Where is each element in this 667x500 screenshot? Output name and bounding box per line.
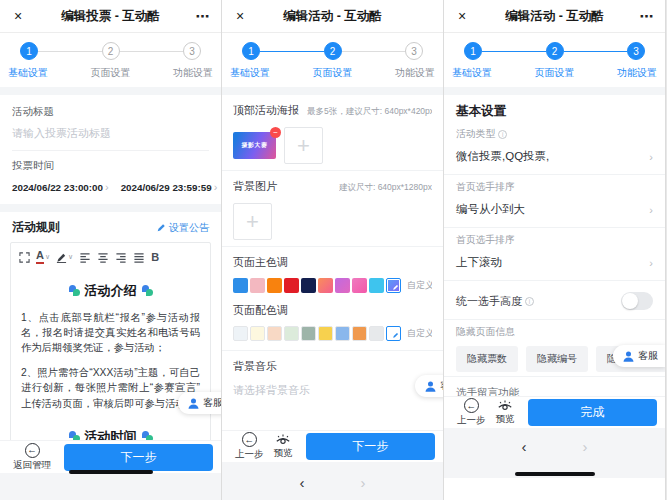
done-button[interactable]: 完成 <box>528 399 658 426</box>
color-swatch[interactable] <box>267 326 282 341</box>
align-justify-icon[interactable] <box>133 252 145 263</box>
back-to-manage-button[interactable]: ← 返回管理 <box>13 443 51 472</box>
end-time-picker[interactable]: 2024/06/29 23:59:59 › <box>121 181 218 193</box>
more-menu-icon[interactable]: ⋯ <box>195 8 211 24</box>
remove-image-badge[interactable]: − <box>270 127 281 138</box>
step-3-circle[interactable]: 3 <box>183 42 201 60</box>
preview-button[interactable]: 预览 <box>274 433 293 460</box>
highlight-button[interactable]: ∨ <box>56 252 73 263</box>
uniform-height-toggle[interactable] <box>621 292 653 310</box>
step-1-circle[interactable]: 1 <box>464 42 482 60</box>
more-menu-icon[interactable]: ⋯ <box>639 8 655 24</box>
plus-icon: + <box>246 211 259 233</box>
poster-label: 顶部活动海报 <box>233 103 299 118</box>
step-3-circle[interactable]: 3 <box>405 42 423 60</box>
step-2-circle[interactable]: 2 <box>546 42 564 60</box>
background-image-hint: 建议尺寸: 640px*1280px <box>339 182 432 194</box>
chevron-right-icon: › <box>649 151 653 163</box>
browser-back-icon[interactable]: ‹ <box>300 474 305 491</box>
wizard-stepper: 1 2 3 基础设置 页面设置 功能设置 <box>222 33 443 87</box>
step-2-circle[interactable]: 2 <box>324 42 342 60</box>
background-music-picker[interactable]: 请选择背景音乐 <box>233 383 432 406</box>
hide-number-button[interactable]: 隐藏编号 <box>526 346 588 372</box>
align-right-icon[interactable] <box>115 252 127 263</box>
close-icon[interactable]: × <box>10 8 26 24</box>
customer-service-button[interactable]: 客服 <box>415 375 444 397</box>
add-background-button[interactable]: + <box>233 203 272 240</box>
home-indicator <box>69 470 153 474</box>
person-icon <box>187 397 200 410</box>
activity-title-input[interactable]: 请输入投票活动标题 <box>12 126 209 151</box>
color-swatch[interactable] <box>301 326 316 341</box>
customer-service-button[interactable]: 客服 <box>178 392 222 414</box>
poster-thumbnail[interactable]: 摄影大赛 − <box>233 132 276 159</box>
activity-type-row[interactable]: 微信投票,QQ投票, › <box>456 143 653 172</box>
main-color-label: 页面主色调 <box>233 255 432 270</box>
step-1-circle[interactable]: 1 <box>20 42 38 60</box>
set-announcement-link[interactable]: 设置公告 <box>156 221 209 235</box>
custom-color-label[interactable]: 自定义 <box>407 279 432 292</box>
swatch-list <box>233 278 384 293</box>
step-3-label: 功能设置 <box>173 66 213 80</box>
align-left-icon[interactable] <box>79 252 91 263</box>
step-1-label: 基础设置 <box>8 66 48 80</box>
dropdown-caret-icon: ∨ <box>68 253 73 261</box>
back-arrow-icon: ← <box>25 443 40 458</box>
browser-back-icon[interactable]: ‹ <box>522 438 527 455</box>
poster-thumbnail-text: 摄影大赛 <box>242 141 268 150</box>
color-swatch[interactable] <box>250 278 265 293</box>
close-icon[interactable]: × <box>232 8 248 24</box>
color-swatch[interactable] <box>318 278 333 293</box>
color-swatch[interactable] <box>267 278 282 293</box>
custom-main-color-swatch[interactable] <box>386 278 401 293</box>
player-scroll-row[interactable]: 上下滚动 › <box>456 249 653 278</box>
color-swatch[interactable] <box>233 326 248 341</box>
pencil-icon <box>392 284 399 291</box>
color-swatch[interactable] <box>250 326 265 341</box>
browser-forward-icon[interactable]: › <box>583 438 588 455</box>
preview-button[interactable]: 预览 <box>496 399 515 426</box>
step-1-label: 基础设置 <box>452 66 492 80</box>
close-icon[interactable]: × <box>454 8 470 24</box>
customer-service-button[interactable]: 客服 <box>613 345 665 367</box>
color-swatch[interactable] <box>369 326 384 341</box>
color-swatch[interactable] <box>352 278 367 293</box>
custom-color-label[interactable]: 自定义 <box>407 327 432 340</box>
align-center-icon[interactable] <box>97 252 109 263</box>
prev-step-button[interactable]: ← 上一步 <box>235 432 264 461</box>
color-swatch[interactable] <box>335 278 350 293</box>
next-step-button[interactable]: 下一步 <box>306 433 436 460</box>
titlebar: × 编辑活动 - 互动酷 ⋯ <box>444 0 665 33</box>
info-icon[interactable]: i <box>498 130 507 139</box>
custom-scheme-color-swatch[interactable] <box>386 326 401 341</box>
next-step-button[interactable]: 下一步 <box>64 444 213 471</box>
color-swatch[interactable] <box>284 278 299 293</box>
start-time-picker[interactable]: 2024/06/22 23:00:00 › <box>12 181 109 193</box>
fullscreen-icon[interactable] <box>19 252 30 263</box>
color-swatch[interactable] <box>335 326 350 341</box>
player-sort-row[interactable]: 编号从小到大 › <box>456 196 653 225</box>
bottom-action-bar: ← 返回管理 下一步 <box>0 440 221 473</box>
hide-votes-button[interactable]: 隐藏票数 <box>456 346 518 372</box>
step-2-circle[interactable]: 2 <box>102 42 120 60</box>
color-swatch[interactable] <box>301 278 316 293</box>
color-swatch[interactable] <box>369 278 384 293</box>
color-swatch[interactable] <box>284 326 299 341</box>
add-poster-button[interactable]: + <box>284 127 323 164</box>
prev-step-button[interactable]: ← 上一步 <box>457 398 486 427</box>
swatch-list <box>233 326 384 341</box>
color-swatch[interactable] <box>233 278 248 293</box>
step-3-circle[interactable]: 3 <box>627 42 645 60</box>
player-scroll-label: 首页选手排序 <box>456 234 653 247</box>
color-swatch[interactable] <box>352 326 367 341</box>
color-swatch[interactable] <box>318 326 333 341</box>
bold-button[interactable]: B <box>151 251 159 263</box>
start-time-value: 2024/06/22 23:00:00 <box>12 182 103 193</box>
person-icon <box>424 380 437 393</box>
browser-forward-icon[interactable]: › <box>361 474 366 491</box>
poster-hint: 最多5张，建议尺寸: 640px*420px <box>307 106 432 118</box>
step-3-label: 功能设置 <box>395 66 435 80</box>
step-1-circle[interactable]: 1 <box>242 42 260 60</box>
font-color-button[interactable]: A ∨ <box>36 250 50 264</box>
info-icon[interactable]: i <box>525 297 534 306</box>
